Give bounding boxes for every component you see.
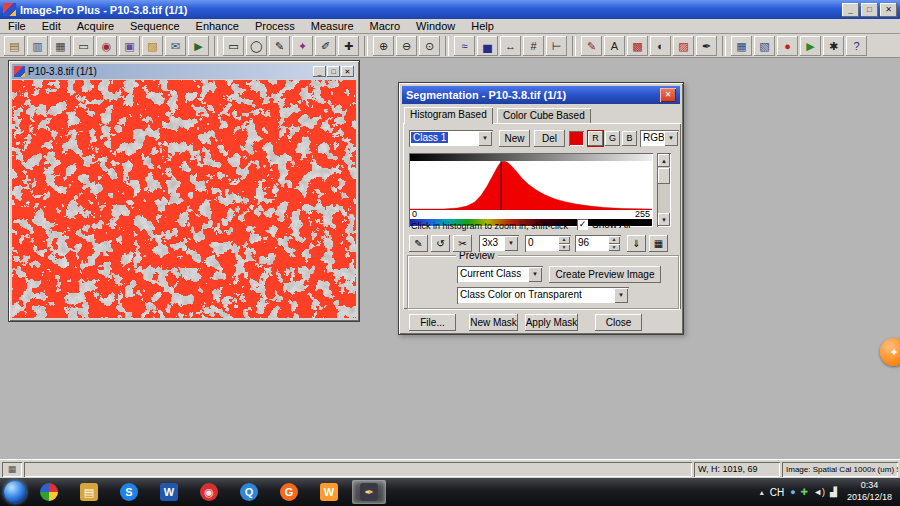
aoi-move-icon[interactable]: ✚ [338,36,359,56]
new-class-button[interactable]: New [499,130,530,147]
aoi-trace-icon[interactable]: ✐ [315,36,336,56]
eyedropper-tool-button[interactable]: ✎ [409,235,428,252]
scrollbar-thumb[interactable] [658,168,670,184]
measure-distance-icon[interactable]: ↔ [500,36,521,56]
histogram-panel[interactable]: 0 255 [409,153,653,227]
micrograph-view[interactable] [12,80,356,318]
menu-item-measure[interactable]: Measure [303,19,362,33]
image-minimize-button[interactable]: _ [313,66,326,77]
color-picker-icon[interactable]: ✒ [696,36,717,56]
menu-item-enhance[interactable]: Enhance [188,19,247,33]
menu-item-window[interactable]: Window [408,19,463,33]
hidden-icons-arrow[interactable]: ▴ [760,488,764,497]
preview-class-select[interactable]: Current Class ▼ [457,266,543,283]
scroll-up-button[interactable]: ▲ [658,154,670,167]
spin-up-icon[interactable]: ▲ [558,236,570,244]
macro-play-icon[interactable]: ▶ [800,36,821,56]
new-mask-button[interactable]: New Mask [469,314,518,331]
contrast-icon[interactable]: ◐ [650,36,671,56]
channel-g-button[interactable]: G [605,131,620,146]
apply-range-button[interactable]: ⇓ [627,235,646,252]
caliper-icon[interactable]: ⊢ [546,36,567,56]
histogram-scrollbar[interactable]: ▲ ▼ [657,153,671,227]
aoi-ellipse-icon[interactable]: ◯ [246,36,267,56]
apply-mask-button[interactable]: Apply Mask [525,314,578,331]
tab-histogram-based[interactable]: Histogram Based [404,107,493,124]
macro-record-icon[interactable]: ● [777,36,798,56]
taskbar-app-music[interactable]: ◉ [192,480,226,504]
clock[interactable]: 0:34 2016/12/18 [847,480,892,503]
aoi-wand-icon[interactable]: ✦ [292,36,313,56]
menu-item-help[interactable]: Help [463,19,502,33]
acquire-camera-icon[interactable]: ◉ [96,36,117,56]
file-manager-icon[interactable]: ▨ [142,36,163,56]
mail-icon[interactable]: ✉ [165,36,186,56]
kernel-size-select[interactable]: 3x3 ▼ [479,235,519,252]
settings-icon[interactable]: ✱ [823,36,844,56]
file-button[interactable]: File... [409,314,456,331]
cut-range-button[interactable]: ✂ [453,235,472,252]
menu-item-file[interactable]: File [0,19,34,33]
image-close-button[interactable]: ✕ [341,66,354,77]
show-all-checkbox[interactable]: ✓ [577,219,588,230]
tile-windows-icon[interactable]: ▦ [731,36,752,56]
cascade-windows-icon[interactable]: ▧ [754,36,775,56]
taskbar-app-wps[interactable]: W [312,480,346,504]
menu-item-sequence[interactable]: Sequence [122,19,188,33]
acquire-video-icon[interactable]: ▣ [119,36,140,56]
zoom-fit-icon[interactable]: ⊙ [419,36,440,56]
taskbar-app-word[interactable]: W [152,480,186,504]
taskbar-app-g-assistant[interactable]: G [272,480,306,504]
maximize-button[interactable]: □ [861,3,878,17]
volume-tray-icon[interactable]: ◄) [813,486,825,498]
preview-mode-select[interactable]: Class Color on Transparent ▼ [457,287,629,304]
close-button[interactable]: ✕ [880,3,897,17]
channel-r-button[interactable]: R [588,131,603,146]
minimize-button[interactable]: _ [842,3,859,17]
play-sequence-icon[interactable]: ▶ [188,36,209,56]
chevron-down-icon[interactable]: ▼ [664,131,678,146]
channel-b-button[interactable]: B [622,131,637,146]
histogram-tool-icon[interactable]: ▅ [477,36,498,56]
tab-color-cube-based[interactable]: Color Cube Based [497,108,591,124]
taskbar-app-sogou[interactable]: S [112,480,146,504]
class-select[interactable]: Class 1 ▼ [409,130,493,147]
status-grid-cell[interactable]: ▦ [2,462,22,477]
text-overlay-icon[interactable]: A [604,36,625,56]
histogram-table-button[interactable]: ▦ [649,235,668,252]
close-dialog-button[interactable]: Close [595,314,642,331]
taskbar-app-qq-browser[interactable]: Q [232,480,266,504]
spin-up-icon[interactable]: ▲ [608,236,620,244]
aoi-rectangle-icon[interactable]: ▭ [223,36,244,56]
annotate-icon[interactable]: ✎ [581,36,602,56]
menu-item-process[interactable]: Process [247,19,303,33]
zoom-out-icon[interactable]: ⊖ [396,36,417,56]
aoi-polygon-icon[interactable]: ✎ [269,36,290,56]
dialog-titlebar[interactable]: Segmentation - P10-3.8.tif (1/1) ✕ [402,86,680,104]
menu-item-edit[interactable]: Edit [34,19,69,33]
channel-mode-select[interactable]: RGB ▼ [640,130,679,147]
create-preview-button[interactable]: Create Preview Image [549,266,661,283]
menu-item-macro[interactable]: Macro [362,19,409,33]
undo-range-button[interactable]: ↺ [431,235,450,252]
spin-down-icon[interactable]: ▼ [608,244,620,252]
floating-assistant-button[interactable]: ✦ [880,338,900,366]
start-button[interactable] [4,481,26,503]
dialog-close-button[interactable]: ✕ [660,88,676,102]
workspace-icon[interactable]: ▦ [50,36,71,56]
line-profile-icon[interactable]: ≈ [454,36,475,56]
taskbar-app-imagepro[interactable]: ✒ [352,480,386,504]
image-window-titlebar[interactable]: P10-3.8.tif (1/1) _ □ ✕ [12,64,356,79]
menu-item-acquire[interactable]: Acquire [69,19,122,33]
print-icon[interactable]: ▭ [73,36,94,56]
image-maximize-button[interactable]: □ [327,66,340,77]
image-window[interactable]: P10-3.8.tif (1/1) _ □ ✕ [8,60,360,322]
range-high-spinner[interactable]: 96 ▲ ▼ [575,235,621,252]
safety-tray-icon[interactable]: ✚ [801,486,809,498]
network-tray-icon[interactable]: ▟ [830,486,837,498]
save-image-icon[interactable]: ▥ [27,36,48,56]
spin-down-icon[interactable]: ▼ [558,244,570,252]
chevron-down-icon[interactable]: ▼ [478,131,492,146]
pseudo-color-icon[interactable]: ▩ [627,36,648,56]
segmentation-tool-icon[interactable]: ▨ [673,36,694,56]
